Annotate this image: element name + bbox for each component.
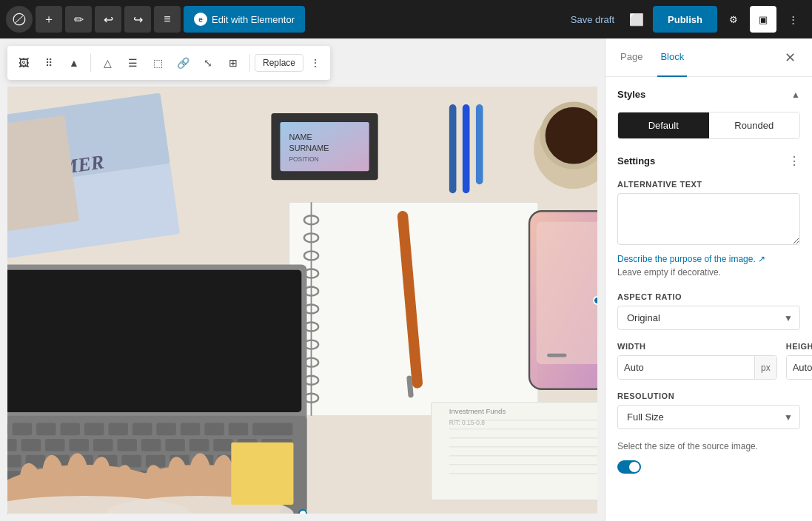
width-group: WIDTH px	[617, 342, 777, 380]
edit-elementor-button[interactable]: e Edit with Elementor	[184, 6, 305, 33]
resolution-select[interactable]: Full Size Large Medium Thumbnail	[617, 405, 800, 429]
tab-page[interactable]: Page	[617, 38, 645, 77]
tools-button[interactable]: ✏	[65, 6, 92, 33]
width-unit: px	[754, 356, 776, 379]
expand-on-click-toggle[interactable]	[617, 460, 641, 474]
drag-handle-button[interactable]: ⠿	[37, 51, 61, 75]
svg-rect-69	[165, 439, 184, 451]
chevron-up-icon: ▲	[69, 57, 79, 69]
link-icon: 🔗	[177, 57, 189, 69]
align-icon: △	[104, 57, 112, 69]
monitor-icon: ⬜	[629, 13, 644, 27]
list-icon: ≡	[164, 13, 170, 26]
toggle-knob	[629, 462, 640, 472]
post-settings-icon: ⚙	[729, 14, 738, 25]
aspect-ratio-button[interactable]: ⤡	[196, 51, 220, 75]
resolution-hint: Select the size of the source image.	[617, 441, 800, 451]
settings-more-button[interactable]: ⋮	[788, 154, 800, 168]
svg-rect-58	[204, 423, 224, 435]
resize-handle-bottom[interactable]	[298, 509, 307, 514]
text-icon: ⊞	[229, 57, 238, 69]
toolbar-divider-2	[249, 54, 250, 72]
svg-rect-10	[449, 104, 457, 193]
svg-rect-46	[7, 270, 301, 412]
align-triangle-button[interactable]: △	[95, 51, 119, 75]
svg-text:SURNAME: SURNAME	[289, 144, 329, 152]
height-input[interactable]	[787, 356, 812, 379]
height-label: HEIGHT	[786, 342, 812, 351]
move-up-button[interactable]: ▲	[62, 51, 86, 75]
dimensions-row: WIDTH px HEIGHT px	[617, 342, 800, 380]
describe-purpose-link[interactable]: Describe the purpose of the image. ↗	[617, 254, 800, 264]
height-input-wrap: px	[786, 355, 812, 380]
svg-rect-60	[252, 423, 292, 435]
save-draft-button[interactable]: Save draft	[565, 6, 620, 33]
add-block-button[interactable]: ＋	[36, 6, 62, 33]
alt-text-input[interactable]	[617, 193, 800, 245]
resize-handle-right[interactable]	[593, 296, 597, 305]
svg-rect-56	[156, 423, 175, 435]
preview-button[interactable]: ⬜	[623, 6, 650, 33]
tab-block[interactable]: Block	[657, 38, 687, 77]
wp-logo[interactable]	[6, 6, 33, 33]
svg-rect-11	[463, 104, 470, 193]
styles-title: Styles	[617, 89, 645, 100]
content-area: 🖼 ⠿ ▲ △ ☰ ⬚ 🔗 ⤡	[0, 38, 812, 521]
resolution-container: Full Size Large Medium Thumbnail ▼	[617, 405, 800, 429]
svg-rect-33	[537, 222, 597, 364]
default-style-button[interactable]: Default	[618, 112, 709, 138]
settings-title: Settings	[617, 155, 655, 167]
post-settings-button[interactable]: ⚙	[720, 6, 747, 33]
width-input[interactable]	[618, 356, 754, 379]
style-buttons-group: Default Rounded	[617, 112, 800, 139]
image-gallery-button[interactable]: 🖼	[12, 51, 36, 75]
aspect-icon: ⤡	[204, 57, 212, 69]
more-icon: ⋮	[310, 57, 321, 69]
main-editor: 🖼 ⠿ ▲ △ ☰ ⬚ 🔗 ⤡	[0, 38, 605, 521]
expand-on-click-row	[617, 460, 800, 474]
aspect-ratio-select[interactable]: Original 16:9 4:3 1:1	[617, 306, 800, 330]
svg-rect-108	[231, 443, 293, 505]
svg-point-103	[189, 453, 211, 496]
svg-text:Investment Funds: Investment Funds	[449, 407, 506, 415]
pencil-icon: ✏	[74, 13, 84, 27]
styles-section-header: Styles ▲	[617, 89, 800, 100]
svg-rect-75	[7, 455, 21, 468]
svg-rect-71	[213, 439, 232, 451]
settings-section-header: Settings ⋮	[617, 154, 800, 168]
svg-rect-49	[7, 423, 8, 435]
frame-icon: ⬚	[153, 57, 163, 69]
publish-button[interactable]: Publish	[653, 6, 717, 33]
panel-close-button[interactable]: ✕	[779, 47, 800, 68]
image-icon: 🖼	[19, 57, 29, 69]
crop-button[interactable]: ⬚	[146, 51, 170, 75]
ellipsis-vertical-icon: ⋮	[788, 154, 800, 168]
styles-toggle-button[interactable]: ▲	[791, 90, 800, 100]
align-center-button[interactable]: ☰	[121, 51, 144, 75]
more-options-button[interactable]: ⋮	[779, 6, 806, 33]
width-label: WIDTH	[617, 342, 777, 351]
svg-text:NAME: NAME	[289, 132, 312, 141]
list-view-button[interactable]: ≡	[154, 6, 181, 33]
panel-content: Styles ▲ Default Rounded Settings ⋮ ALT	[605, 77, 812, 521]
text-overlay-button[interactable]: ⊞	[221, 51, 245, 75]
undo-button[interactable]: ↩	[95, 6, 121, 33]
image-block[interactable]: SUMMER NAME SURNAME	[7, 87, 597, 514]
right-panel: Page Block ✕ Styles ▲ Default Rounded	[605, 38, 812, 521]
aspect-ratio-container: Original 16:9 4:3 1:1 ▼	[617, 306, 800, 330]
redo-icon: ↪	[133, 13, 143, 27]
image-block-toolbar: 🖼 ⠿ ▲ △ ☰ ⬚ 🔗 ⤡	[7, 46, 330, 80]
link-button[interactable]: 🔗	[171, 51, 195, 75]
svg-rect-53	[84, 423, 104, 435]
alt-text-label: ALTERNATIVE TEXT	[617, 180, 800, 189]
resolution-label: RESOLUTION	[617, 391, 800, 400]
toolbar-more-button[interactable]: ⋮	[305, 53, 326, 73]
rounded-style-button[interactable]: Rounded	[709, 112, 800, 138]
undo-icon: ↩	[104, 13, 113, 27]
edit-elementor-label: Edit with Elementor	[212, 14, 295, 25]
redo-button[interactable]: ↪	[124, 6, 151, 33]
top-bar: ＋ ✏ ↩ ↪ ≡ e Edit with Elementor Save dra…	[0, 0, 812, 38]
replace-button[interactable]: Replace	[255, 54, 303, 72]
svg-rect-35	[432, 403, 597, 500]
block-settings-button[interactable]: ▣	[750, 6, 776, 33]
